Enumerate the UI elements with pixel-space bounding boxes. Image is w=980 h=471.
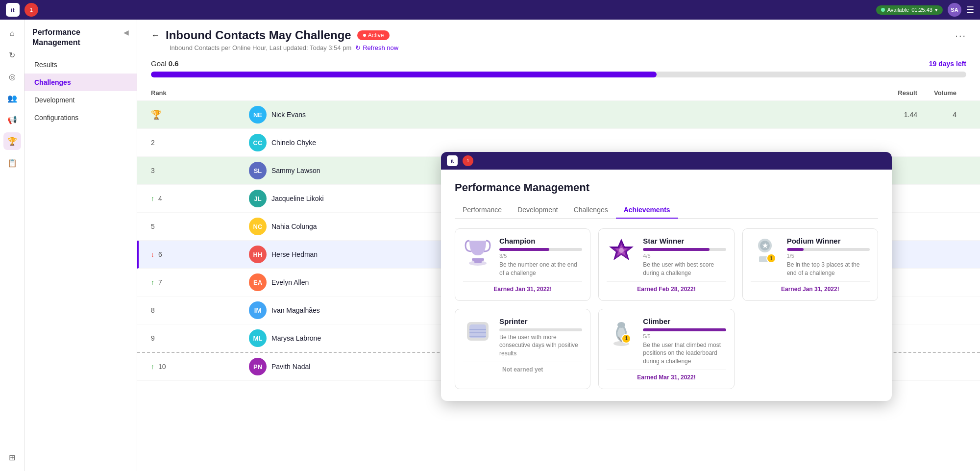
achievement-card-star-winner: Star Winner 4/5 Be the user with best sc… (598, 228, 734, 301)
nav-sidebar-title: Performance Management (32, 27, 123, 48)
challenge-title: Inbound Contacts May Challenge (166, 28, 351, 42)
top-bar-right: Available 01:25:43 ▾ SA ☰ (876, 3, 974, 17)
status-label: Available (887, 7, 909, 13)
nav-item-challenges[interactable]: Challenges (24, 74, 137, 91)
nav-item-development[interactable]: Development (24, 91, 137, 109)
sidebar-icon-home[interactable]: ⌂ (3, 25, 21, 42)
progress-bar (151, 72, 966, 77)
podium-desc: Be in the top 3 places at the end of a c… (787, 261, 870, 277)
challenge-status-label: Active (368, 32, 384, 39)
climber-badge: 1 (621, 334, 631, 344)
sprinter-icon (463, 317, 492, 347)
rank-cell: ↓6 (151, 250, 249, 258)
podium-earned-label: Earned Jan 31, 2022! (751, 281, 870, 293)
achievements-grid-top: Champion 3/5 Be the number one at the en… (455, 228, 878, 301)
sidebar-icon-trophy[interactable]: 🏆 (3, 132, 21, 150)
achievement-info: Podium Winner 1/5 Be in the top 3 places… (787, 237, 870, 277)
nav-item-results[interactable]: Results (24, 56, 137, 74)
challenge-subtitle-text: Inbound Contacts per Online Hour, Last u… (170, 44, 351, 51)
goal-value: 0.6 (169, 59, 179, 68)
hamburger-menu-icon[interactable]: ☰ (966, 4, 974, 15)
achievement-info: Climber 5/5 Be the user that climbed mos… (643, 317, 726, 366)
achievement-card-climber: 1 Climber 5/5 Be the user that climbed m… (598, 309, 734, 389)
sprinter-earned-label: Not earned yet (463, 362, 582, 373)
achievements-modal: it 1 Performance Management Performance … (441, 152, 892, 401)
col-header-volume: Volume (917, 89, 966, 97)
progress-header: Goal 0.6 19 days left (151, 59, 966, 68)
achievement-card-podium-winner: ★ 1 Podium Winner 1/5 (742, 228, 878, 301)
rank-cell: 3 (151, 167, 249, 174)
sidebar-icon-clipboard[interactable]: 📋 (3, 154, 21, 172)
rank-cell: ↑7 (151, 278, 249, 286)
avatar: ML (249, 329, 267, 347)
sidebar-icon-users[interactable]: 👥 (3, 89, 21, 107)
sidebar-icon-target[interactable]: ◎ (3, 68, 21, 85)
sidebar-icon-refresh[interactable]: ↻ (3, 46, 21, 64)
modal-notification: 1 (463, 155, 473, 166)
avatar: SL (249, 162, 267, 179)
back-button[interactable]: ← (151, 30, 160, 41)
achievement-name: Climber (643, 317, 726, 325)
trophy-icon: 🏆 (151, 109, 162, 120)
modal-logo: it (447, 155, 458, 166)
tab-performance[interactable]: Performance (455, 202, 510, 219)
player-name: Nick Evans (271, 111, 868, 119)
sidebar-icon-grid[interactable]: ⊞ (3, 448, 21, 466)
achievement-name: Champion (499, 237, 582, 245)
climber-progress-fill (643, 328, 726, 331)
avatar: HH (249, 246, 267, 263)
player-name: Chinelo Chyke (271, 139, 868, 147)
avatar: NC (249, 218, 267, 235)
star-earned-label: Earned Feb 28, 2022! (607, 281, 726, 293)
chevron-down-icon: ▾ (935, 7, 938, 13)
challenge-header: ← Inbound Contacts May Challenge Active … (137, 20, 980, 42)
champion-progress-bar (499, 248, 582, 251)
result-cell: 1.44 (868, 111, 917, 119)
goal-label: Goal (151, 59, 167, 68)
champion-fraction: 3/5 (499, 253, 582, 259)
star-progress-bar (643, 248, 726, 251)
avatar: EA (249, 273, 267, 291)
table-header: Rank Result Volume (137, 85, 980, 101)
tab-challenges[interactable]: Challenges (566, 202, 616, 219)
achievement-card-sprinter: Sprinter Be the user with more consecuti… (455, 309, 590, 389)
empty-slot (742, 309, 878, 389)
star-winner-icon (607, 237, 636, 266)
achievement-name: Star Winner (643, 237, 726, 245)
avatar: PN (249, 358, 267, 375)
achievement-card-top: ★ 1 Podium Winner 1/5 (751, 237, 870, 277)
user-avatar[interactable]: SA (948, 3, 961, 17)
achievement-card-top: Champion 3/5 Be the number one at the en… (463, 237, 582, 277)
app-logo[interactable]: it (6, 3, 20, 17)
more-options-button[interactable]: ··· (955, 30, 966, 41)
collapse-sidebar-button[interactable]: ◀ (123, 28, 129, 36)
notification-badge[interactable]: 1 (24, 3, 38, 17)
tab-development[interactable]: Development (510, 202, 566, 219)
achievement-info: Sprinter Be the user with more consecuti… (499, 317, 582, 358)
star-desc: Be the user with best score during a cha… (643, 261, 726, 277)
achievements-grid-bottom: Sprinter Be the user with more consecuti… (455, 309, 878, 389)
rank-cell: ↑4 (151, 195, 249, 202)
climber-desc: Be the user that climbed most positions … (643, 341, 726, 366)
status-badge[interactable]: Available 01:25:43 ▾ (876, 5, 943, 15)
achievement-card-champion: Champion 3/5 Be the number one at the en… (455, 228, 590, 301)
avatar: JL (249, 190, 267, 207)
top-bar: it 1 Available 01:25:43 ▾ SA ☰ (0, 0, 980, 20)
table-row[interactable]: 🏆 NE Nick Evans 1.44 4 (137, 101, 980, 129)
avatar: IM (249, 301, 267, 319)
climber-earned-label: Earned Mar 31, 2022! (607, 370, 726, 381)
rank-cell: 9 (151, 334, 249, 342)
rank-cell: 8 (151, 306, 249, 314)
challenge-title-row: ← Inbound Contacts May Challenge Active (151, 28, 390, 42)
nav-item-configurations[interactable]: Configurations (24, 109, 137, 126)
sidebar-icon-megaphone[interactable]: 📢 (3, 111, 21, 128)
achievement-name: Podium Winner (787, 237, 870, 245)
star-fraction: 4/5 (643, 253, 726, 259)
status-dot (881, 8, 885, 12)
rank-cell: 🏆 (151, 109, 249, 120)
tab-achievements[interactable]: Achievements (616, 202, 678, 219)
nav-sidebar-header: Performance Management ◀ (24, 27, 137, 56)
achievement-name: Sprinter (499, 317, 582, 325)
refresh-link[interactable]: ↻ Refresh now (355, 44, 398, 51)
avatar: CC (249, 134, 267, 151)
